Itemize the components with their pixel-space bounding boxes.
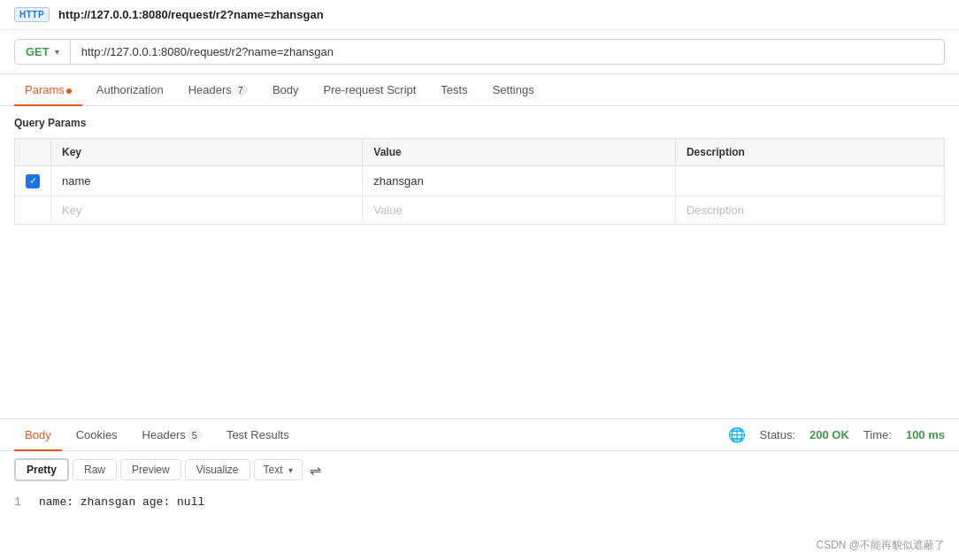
row-value[interactable]: zhansgan [363,166,676,196]
tab-authorization[interactable]: Authorization [86,74,174,105]
col-header-key: Key [51,139,363,166]
response-tabs-left: Body Cookies Headers5 Test Results [14,419,300,450]
globe-icon: 🌐 [728,426,746,443]
empty-value[interactable]: Value [363,196,676,224]
http-badge: HTTP [14,7,50,22]
table-row-empty: Key Value Description [15,196,945,224]
format-pretty-button[interactable]: Pretty [14,458,69,481]
params-dot [66,88,72,94]
response-tab-headers[interactable]: Headers5 [132,419,212,450]
row-key[interactable]: name [51,166,363,196]
title-bar: HTTP http://127.0.0.1:8080/request/r2?na… [0,0,959,30]
checkbox-checked-icon: ✓ [26,174,40,188]
wrap-icon[interactable]: ⇌ [310,462,321,479]
response-section: Body Cookies Headers5 Test Results 🌐 Sta… [0,418,959,560]
tab-pre-request-script[interactable]: Pre-request Script [313,74,427,105]
status-label: Status: [760,428,795,441]
url-bar: GET ▾ [0,30,959,74]
format-select-chevron: ▾ [288,465,293,475]
response-tabs-bar: Body Cookies Headers5 Test Results 🌐 Sta… [0,419,959,451]
tab-body[interactable]: Body [262,74,310,105]
format-raw-button[interactable]: Raw [73,459,117,480]
time-value: 100 ms [906,428,945,441]
watermark: CSDN @不能再貌似遮蔽了 [816,538,945,553]
table-row: ✓ name zhansgan [15,166,945,196]
format-bar: Pretty Raw Preview Visualize Text ▾ ⇌ [0,451,959,488]
response-tab-test-results[interactable]: Test Results [216,419,300,450]
response-body: 1 name: zhansgan age: null [0,488,959,516]
headers-badge: 7 [234,84,248,96]
time-label: Time: [863,428,892,441]
response-tab-body[interactable]: Body [14,419,62,450]
title-url: http://127.0.0.1:8080/request/r2?name=zh… [58,8,323,21]
method-label: GET [26,45,50,58]
method-select[interactable]: GET ▾ [14,39,71,65]
format-visualize-button[interactable]: Visualize [185,459,250,480]
col-header-value: Value [363,139,676,166]
tab-params[interactable]: Params [14,74,82,105]
col-header-checkbox [15,139,51,166]
response-tab-cookies[interactable]: Cookies [65,419,128,450]
status-value: 200 OK [809,428,849,441]
empty-description[interactable]: Description [675,196,944,224]
line-number: 1 [14,495,28,509]
format-type-select[interactable]: Text ▾ [254,459,303,480]
tab-headers[interactable]: Headers7 [178,74,258,105]
response-headers-badge: 5 [188,429,202,441]
params-table: Key Value Description ✓ name zhansgan Ke… [14,138,945,225]
tab-settings[interactable]: Settings [482,74,545,105]
response-code: name: zhansgan age: null [39,495,204,509]
request-content: Query Params Key Value Description ✓ nam… [0,106,959,235]
empty-key[interactable]: Key [51,196,363,224]
request-tabs-bar: Params Authorization Headers7 Body Pre-r… [0,74,959,106]
row-description[interactable] [675,166,944,196]
empty-checkbox[interactable] [15,196,51,224]
row-checkbox[interactable]: ✓ [15,166,51,196]
tab-tests[interactable]: Tests [430,74,478,105]
url-input[interactable] [71,39,945,65]
col-header-description: Description [675,139,944,166]
chevron-down-icon: ▾ [55,47,59,57]
response-status-area: 🌐 Status: 200 OK Time: 100 ms [728,426,945,443]
format-preview-button[interactable]: Preview [120,459,181,480]
query-params-title: Query Params [14,117,945,129]
